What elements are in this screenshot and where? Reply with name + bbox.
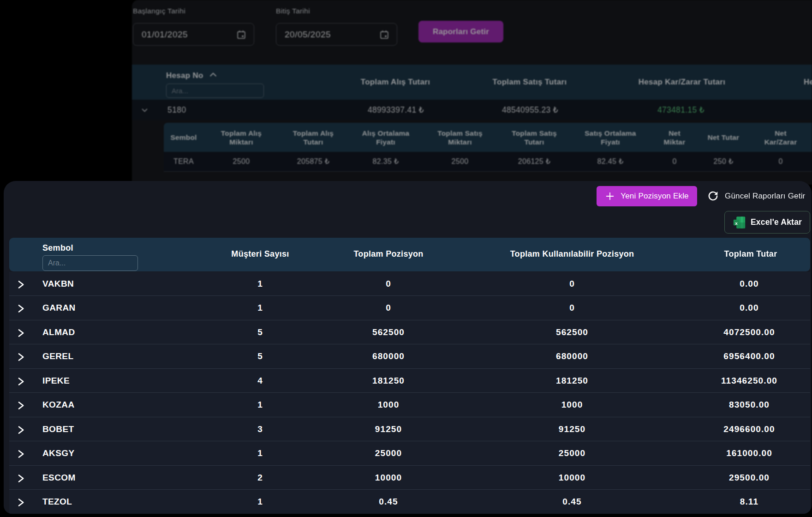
svg-text:x: x — [735, 220, 738, 225]
